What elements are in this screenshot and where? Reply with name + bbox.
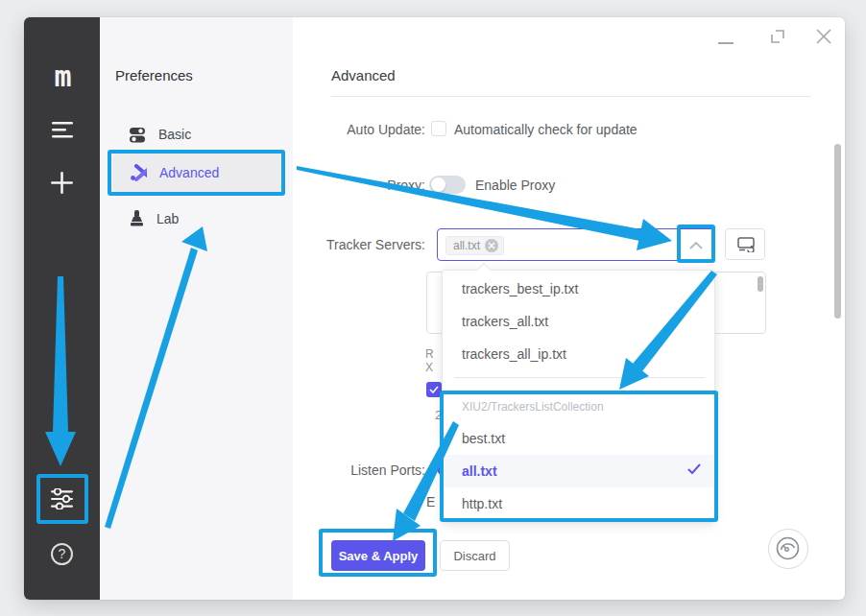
check-icon (687, 463, 701, 475)
app-sidebar: m ? (24, 17, 100, 600)
auto-update-checkbox[interactable] (431, 121, 446, 136)
auto-update-option[interactable]: Automatically check for update (454, 122, 637, 137)
preferences-sliders-icon[interactable] (51, 488, 73, 509)
panel-title: Preferences (115, 67, 193, 83)
selected-tag-label: all.txt (453, 239, 480, 252)
help-icon[interactable]: ? (51, 543, 73, 565)
covered-label-fragment: E (426, 494, 435, 509)
listen-ports-label: Listen Ports: (216, 462, 425, 478)
help-glyph: ? (59, 546, 66, 561)
nav-item-label: Basic (158, 127, 191, 142)
preferences-panel: Preferences Basic Advanced (100, 17, 293, 600)
speedometer-icon (776, 536, 800, 560)
tracker-servers-label: Tracker Servers: (216, 237, 425, 252)
chevron-up-icon[interactable] (689, 242, 703, 249)
maximize-button[interactable] (771, 30, 785, 44)
add-task-icon[interactable] (51, 172, 73, 194)
main-scrollbar[interactable] (834, 144, 841, 319)
app-window: m ? Preferences (24, 17, 845, 600)
app-logo: m (24, 59, 100, 93)
dropdown-item[interactable]: trackers_all_ip.txt (443, 338, 714, 370)
proxy-toggle[interactable] (429, 176, 466, 194)
basic-toggles-icon (130, 127, 146, 143)
auto-update-label: Auto Update: (216, 122, 425, 137)
tag-remove-icon[interactable] (485, 239, 498, 252)
page-title: Advanced (331, 67, 396, 83)
dropdown-item[interactable]: trackers_all.txt (443, 305, 714, 338)
dropdown-item[interactable]: best.txt (443, 422, 714, 455)
title-divider (331, 96, 811, 97)
covered-hint-fragment: R (425, 347, 434, 361)
selected-tag[interactable]: all.txt (445, 236, 504, 255)
auto-update-trackers-checkbox[interactable] (426, 382, 442, 397)
nav-item-label: Advanced (159, 165, 219, 180)
dropdown-item-selected[interactable]: all.txt (443, 455, 714, 487)
tracker-servers-select[interactable]: all.txt (437, 228, 715, 261)
proxy-label: Proxy: (216, 178, 425, 193)
refresh-trackers-button[interactable] (725, 228, 765, 260)
dropdown-group-label: XIU2/TrackersListCollection (462, 400, 604, 414)
tracker-dropdown: trackers_best_ip.txt trackers_all.txt tr… (442, 270, 715, 523)
dropdown-group-divider (454, 377, 705, 378)
speed-gauge-button[interactable] (768, 529, 808, 569)
toggle-knob (431, 178, 445, 192)
nav-item-label: Lab (156, 211, 179, 226)
refresh-trackers-icon (737, 237, 755, 252)
covered-hint-fragment: X (425, 361, 433, 374)
close-button[interactable] (816, 29, 831, 44)
textarea-scrollbar[interactable] (758, 276, 763, 292)
advanced-tools-icon (130, 164, 147, 181)
task-list-icon[interactable] (52, 122, 73, 138)
discard-button[interactable]: Discard (440, 540, 510, 571)
lab-stamp-icon (130, 210, 144, 227)
dropdown-item[interactable]: http.txt (443, 487, 714, 520)
screen: m ? Preferences (0, 0, 866, 616)
nav-item-lab[interactable]: Lab (112, 200, 281, 238)
proxy-option: Enable Proxy (475, 178, 555, 193)
minimize-button[interactable] (718, 42, 734, 44)
dropdown-item[interactable]: trackers_best_ip.txt (443, 272, 714, 305)
save-apply-button[interactable]: Save & Apply (331, 540, 425, 571)
